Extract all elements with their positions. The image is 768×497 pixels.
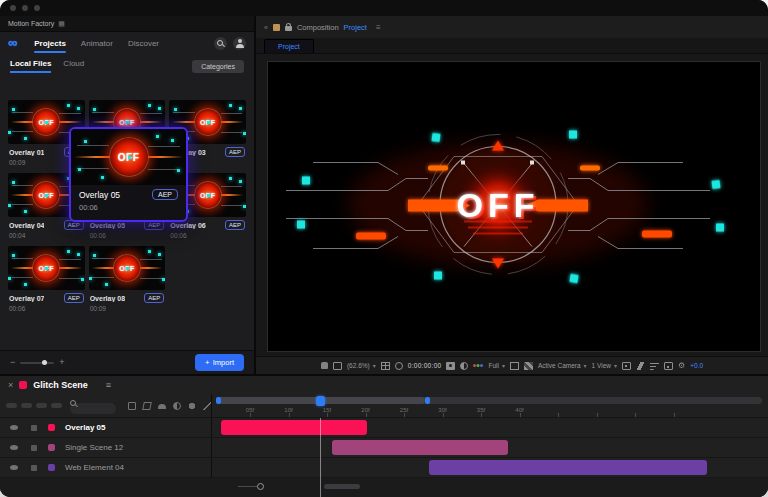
mask-visibility-icon[interactable]: [395, 362, 403, 370]
work-area-start-handle[interactable]: [216, 397, 221, 404]
tab-project-composition[interactable]: Project: [264, 39, 314, 53]
lock-icon[interactable]: [285, 26, 292, 31]
layer-name[interactable]: Single Scene 12: [65, 443, 123, 452]
region-of-interest-icon[interactable]: [510, 362, 519, 370]
layer-duration-bar[interactable]: [429, 460, 707, 475]
show-snapshot-icon[interactable]: [460, 362, 468, 370]
timeline-ruler-ticks[interactable]: 05f10f15f20f25f30f35f40f: [212, 405, 768, 418]
motion-blur-icon[interactable]: [188, 402, 196, 410]
nav-tab-discover[interactable]: Discover: [128, 34, 159, 53]
flowchart-icon[interactable]: [664, 362, 673, 370]
zoom-in-icon[interactable]: +: [59, 358, 64, 367]
chevron-down-icon[interactable]: ▾: [614, 362, 617, 369]
visibility-eye-icon[interactable]: [10, 445, 18, 450]
window-close-dot[interactable]: [10, 5, 16, 11]
ruler-tick: [674, 413, 675, 417]
hide-shy-layers-icon[interactable]: [158, 404, 166, 409]
layer-duration-bar[interactable]: [332, 440, 508, 455]
import-button-label: Import: [213, 358, 234, 367]
timeline-zoom-knob[interactable]: [257, 483, 264, 490]
tab-cloud[interactable]: Cloud: [63, 59, 84, 73]
user-account-icon[interactable]: [233, 37, 246, 50]
collapse-panel-icon[interactable]: «: [264, 24, 268, 31]
work-area-end-handle[interactable]: [425, 397, 430, 404]
work-area-track[interactable]: [216, 397, 762, 404]
chevron-down-icon[interactable]: ▾: [502, 362, 505, 369]
composition-name[interactable]: Project: [344, 23, 367, 32]
solo-icon[interactable]: [31, 425, 37, 431]
project-duration: 00:06: [9, 305, 84, 312]
graph-editor-icon[interactable]: [203, 402, 211, 410]
transparency-grid-icon[interactable]: [524, 362, 533, 370]
preview-timecode[interactable]: 0:00:00:00: [408, 362, 442, 369]
close-icon[interactable]: ×: [8, 381, 13, 390]
search-icon[interactable]: [214, 37, 227, 50]
panel-menu-icon[interactable]: ≡: [376, 23, 381, 32]
timeline-zoom-slider[interactable]: [238, 483, 264, 490]
timeline-header: × Glitch Scene ≡: [0, 376, 768, 394]
composition-color-swatch: [19, 381, 27, 389]
zoom-out-icon[interactable]: −: [10, 358, 15, 367]
exposure-gear-icon[interactable]: ⚙: [678, 362, 685, 370]
timeline-layer-row[interactable]: Single Scene 12: [0, 438, 768, 458]
view-layout-value[interactable]: 1 View: [592, 362, 611, 369]
ruler-tick: [443, 413, 444, 417]
nav-tab-projects[interactable]: Projects: [34, 34, 66, 53]
selected-project-card[interactable]: OFF Overlay 05 AEP 00:06: [69, 127, 188, 222]
window-zoom-dot[interactable]: [34, 5, 40, 11]
timeline-search-input[interactable]: [70, 403, 116, 414]
timeline-layer-row[interactable]: Web Element 04: [0, 458, 768, 478]
timeline-comp-title[interactable]: Glitch Scene: [33, 380, 88, 390]
playhead-line[interactable]: [320, 418, 321, 497]
layer-color-swatch[interactable]: [48, 464, 55, 471]
import-button[interactable]: + Import: [195, 354, 244, 371]
solo-icon[interactable]: [31, 465, 37, 471]
motion-factory-tab-title[interactable]: Motion Factory: [8, 20, 54, 27]
window-minimize-dot[interactable]: [22, 5, 28, 11]
timecode-pill: [36, 403, 47, 408]
resolution-value[interactable]: Full: [488, 362, 498, 369]
chevron-down-icon[interactable]: ▾: [584, 362, 587, 369]
grid-guides-icon[interactable]: [381, 362, 390, 370]
project-card[interactable]: OFF Overlay 07 AEP 00:06: [8, 246, 85, 317]
timeline-icon[interactable]: [650, 362, 659, 370]
layer-name[interactable]: Web Element 04: [65, 463, 124, 472]
pixel-aspect-icon[interactable]: [622, 362, 631, 370]
timeline-horizontal-scrollbar[interactable]: [324, 484, 360, 489]
layer-color-swatch[interactable]: [48, 424, 55, 431]
monitor-icon[interactable]: [333, 362, 342, 370]
layer-color-swatch[interactable]: [48, 444, 55, 451]
visibility-eye-icon[interactable]: [10, 425, 18, 430]
frame-blending-icon[interactable]: [173, 402, 181, 410]
timeline-ruler: 05f10f15f20f25f30f35f40f: [212, 394, 768, 418]
mini-flowchart-icon[interactable]: [128, 402, 136, 410]
glitch-off-artwork: OFF OFF: [268, 62, 760, 351]
visibility-eye-icon[interactable]: [10, 465, 18, 470]
thumb-nodes: [207, 194, 210, 197]
channels-rgb-icon[interactable]: [473, 362, 483, 370]
zoom-slider-knob[interactable]: [42, 360, 47, 365]
magnification-value[interactable]: (62.6%): [347, 362, 370, 369]
draft-3d-icon[interactable]: [142, 402, 152, 410]
timeline-layer-row[interactable]: Overlay 05: [0, 418, 768, 438]
composition-canvas[interactable]: OFF OFF: [268, 62, 760, 351]
ruler-tick-label: 10f: [284, 407, 292, 413]
project-thumbnail: OFF: [8, 246, 85, 290]
timeline-menu-icon[interactable]: ≡: [106, 380, 111, 390]
layer-name[interactable]: Overlay 05: [65, 423, 105, 432]
nav-tab-animator[interactable]: Animator: [81, 34, 113, 53]
layer-duration-bar[interactable]: [221, 420, 367, 435]
hand-tool-icon[interactable]: [321, 362, 328, 369]
project-card[interactable]: OFF Overlay 08 AEP 00:09: [89, 246, 166, 317]
camera-view-value[interactable]: Active Camera: [538, 362, 581, 369]
exposure-value[interactable]: +0.0: [690, 362, 703, 369]
solo-icon[interactable]: [31, 445, 37, 451]
zoom-slider[interactable]: [20, 362, 54, 364]
snapshot-camera-icon[interactable]: [446, 362, 455, 370]
motion-factory-nav: ∞ Projects Animator Discover: [0, 32, 254, 54]
tab-local-files[interactable]: Local Files: [10, 59, 51, 73]
ruler-tick-label: 15f: [323, 407, 331, 413]
categories-button[interactable]: Categories: [192, 60, 244, 73]
chevron-down-icon[interactable]: ▾: [373, 362, 376, 369]
fast-previews-icon[interactable]: [636, 362, 645, 370]
